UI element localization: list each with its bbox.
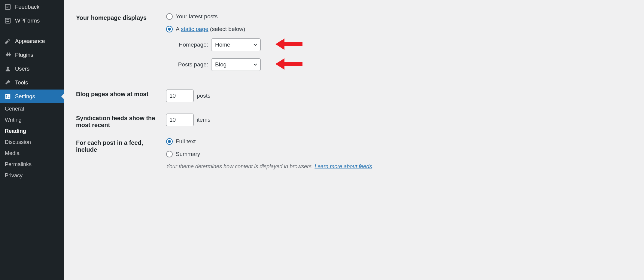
homepage-select[interactable]: Home — [211, 38, 261, 51]
svg-rect-5 — [6, 21, 9, 22]
sidebar-item-plugins[interactable]: Plugins — [0, 48, 64, 62]
annotation-arrow — [275, 57, 302, 71]
learn-more-feeds-link[interactable]: Learn more about feeds — [314, 163, 372, 169]
settings-content: Your homepage displays Your latest posts… — [64, 0, 644, 280]
admin-sidebar: Feedback WPForms Appearance Plugins U — [0, 0, 64, 280]
blog-pages-suffix: posts — [197, 93, 210, 99]
postspage-select-label: Posts page: — [173, 61, 208, 68]
radio-latest-posts[interactable] — [166, 13, 173, 20]
plugins-icon — [4, 51, 11, 59]
homepage-select-value: Home — [215, 41, 230, 48]
sidebar-item-label: Feedback — [15, 4, 39, 10]
sidebar-item-label: Appearance — [15, 38, 45, 44]
settings-icon — [4, 93, 11, 100]
radio-summary-label: Summary — [176, 151, 200, 157]
homepage-displays-heading: Your homepage displays — [76, 9, 166, 85]
sidebar-item-tools[interactable]: Tools — [0, 76, 64, 90]
appearance-icon — [4, 38, 11, 45]
radio-summary[interactable] — [166, 151, 173, 157]
chevron-down-icon — [253, 42, 258, 47]
sidebar-item-feedback[interactable]: Feedback — [0, 0, 64, 14]
sidebar-item-appearance[interactable]: Appearance — [0, 34, 64, 48]
homepage-select-row: Homepage: Home — [173, 38, 632, 51]
svg-rect-4 — [6, 19, 9, 20]
radio-summary-row[interactable]: Summary — [166, 151, 632, 157]
sidebar-item-label: Settings — [15, 93, 35, 100]
postspage-select-row: Posts page: Blog — [173, 58, 632, 71]
submenu-item-permalinks[interactable]: Permalinks — [0, 159, 64, 170]
users-icon — [4, 65, 11, 72]
svg-point-11 — [8, 97, 10, 98]
settings-form-table: Your homepage displays Your latest posts… — [76, 9, 635, 177]
submenu-item-discussion[interactable]: Discussion — [0, 137, 64, 148]
radio-latest-posts-label: Your latest posts — [176, 13, 218, 20]
sidebar-item-label: Plugins — [15, 52, 33, 58]
settings-submenu: General Writing Reading Discussion Media… — [0, 103, 64, 181]
feed-include-description: Your theme determines how content is dis… — [166, 163, 632, 170]
radio-latest-posts-row[interactable]: Your latest posts — [166, 13, 632, 20]
radio-full-text-label: Full text — [176, 138, 196, 145]
radio-static-page-row[interactable]: A static page (select below) — [166, 26, 632, 32]
submenu-item-writing[interactable]: Writing — [0, 114, 64, 126]
syndication-suffix: items — [197, 117, 210, 123]
svg-rect-3 — [5, 18, 11, 23]
syndication-field: items — [166, 114, 632, 126]
svg-point-6 — [7, 67, 9, 69]
sidebar-item-settings[interactable]: Settings — [0, 90, 64, 103]
static-page-link[interactable]: static page — [181, 26, 208, 32]
sidebar-item-wpforms[interactable]: WPForms — [0, 14, 64, 28]
radio-full-text-row[interactable]: Full text — [166, 138, 632, 145]
homepage-displays-cell: Your latest posts A static page (select … — [166, 9, 635, 85]
syndication-input[interactable] — [166, 114, 194, 126]
radio-static-page-label: A static page (select below) — [176, 26, 245, 32]
submenu-item-general[interactable]: General — [0, 103, 64, 114]
sidebar-item-label: Tools — [15, 79, 28, 86]
sidebar-item-label: WPForms — [15, 17, 40, 24]
postspage-select-value: Blog — [215, 61, 226, 68]
blog-pages-heading: Blog pages show at most — [76, 85, 166, 109]
svg-point-10 — [6, 95, 8, 96]
sidebar-separator — [0, 28, 64, 34]
feedback-icon — [4, 3, 11, 11]
sidebar-item-label: Users — [15, 65, 29, 72]
radio-static-page[interactable] — [166, 26, 173, 32]
submenu-item-privacy[interactable]: Privacy — [0, 170, 64, 181]
radio-full-text[interactable] — [166, 138, 173, 145]
blog-pages-input[interactable] — [166, 90, 194, 102]
page-select-block: Homepage: Home Posts page: — [173, 38, 632, 71]
syndication-heading: Syndication feeds show the most recent — [76, 109, 166, 134]
wpforms-icon — [4, 17, 11, 24]
tools-icon — [4, 79, 11, 86]
postspage-select[interactable]: Blog — [211, 58, 261, 71]
blog-pages-field: posts — [166, 90, 632, 102]
svg-rect-7 — [5, 94, 11, 99]
homepage-select-label: Homepage: — [173, 41, 208, 48]
annotation-arrow — [275, 37, 302, 51]
chevron-down-icon — [253, 62, 258, 67]
submenu-item-media[interactable]: Media — [0, 148, 64, 159]
sidebar-item-users[interactable]: Users — [0, 62, 64, 76]
feed-include-heading: For each post in a feed, include — [76, 134, 166, 177]
app-root: Feedback WPForms Appearance Plugins U — [0, 0, 644, 280]
submenu-item-reading[interactable]: Reading — [0, 126, 64, 137]
